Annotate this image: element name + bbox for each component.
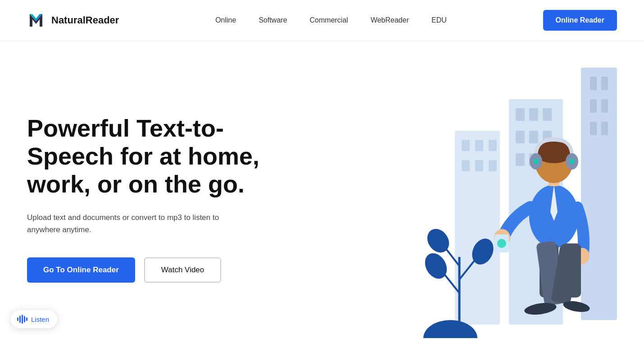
main-nav: Online Software Commercial WebReader EDU	[215, 16, 447, 24]
svg-rect-25	[489, 160, 497, 171]
svg-rect-7	[590, 122, 597, 135]
nav-online[interactable]: Online	[215, 16, 236, 24]
nav-commercial[interactable]: Commercial	[310, 16, 348, 24]
svg-point-41	[533, 159, 539, 164]
svg-rect-4	[601, 77, 608, 90]
hero-section: Powerful Text-to-Speech for at home, wor…	[0, 41, 644, 338]
svg-rect-12	[543, 108, 552, 121]
svg-rect-8	[601, 122, 608, 135]
hero-buttons: Go To Online Reader Watch Video	[27, 257, 288, 283]
hero-subtitle: Upload text and documents or convert to …	[27, 211, 225, 236]
site-header: NaturalReader Online Software Commercial…	[0, 0, 644, 41]
svg-point-46	[497, 239, 506, 248]
svg-rect-10	[516, 108, 525, 121]
nav-software[interactable]: Software	[259, 16, 287, 24]
svg-rect-19	[455, 131, 500, 325]
hero-title: Powerful Text-to-Speech for at home, wor…	[27, 114, 288, 198]
svg-rect-20	[462, 140, 470, 151]
svg-rect-24	[475, 160, 483, 171]
online-reader-header-button[interactable]: Online Reader	[543, 10, 617, 31]
svg-rect-2	[581, 68, 617, 320]
hero-illustration	[320, 41, 644, 338]
hero-content: Powerful Text-to-Speech for at home, wor…	[27, 114, 288, 283]
svg-rect-14	[529, 131, 538, 143]
logo-text: NaturalReader	[51, 14, 119, 26]
svg-rect-21	[475, 140, 483, 151]
svg-rect-5	[590, 99, 597, 113]
svg-rect-22	[489, 140, 497, 151]
listen-label: Listen	[31, 316, 49, 323]
svg-rect-11	[529, 108, 538, 121]
svg-rect-16	[516, 153, 525, 166]
svg-rect-3	[590, 77, 597, 90]
listen-badge[interactable]: Listen	[11, 310, 57, 328]
logo-area[interactable]: NaturalReader	[27, 10, 119, 30]
go-to-online-reader-button[interactable]: Go To Online Reader	[27, 257, 135, 283]
nav-webreader[interactable]: WebReader	[371, 16, 409, 24]
watch-video-button[interactable]: Watch Video	[144, 257, 221, 283]
logo-icon	[27, 10, 47, 30]
nav-edu[interactable]: EDU	[431, 16, 447, 24]
svg-rect-6	[601, 99, 608, 113]
svg-rect-23	[462, 160, 470, 171]
svg-rect-13	[516, 131, 525, 143]
listen-waves-icon	[17, 315, 27, 324]
svg-point-42	[569, 159, 575, 164]
